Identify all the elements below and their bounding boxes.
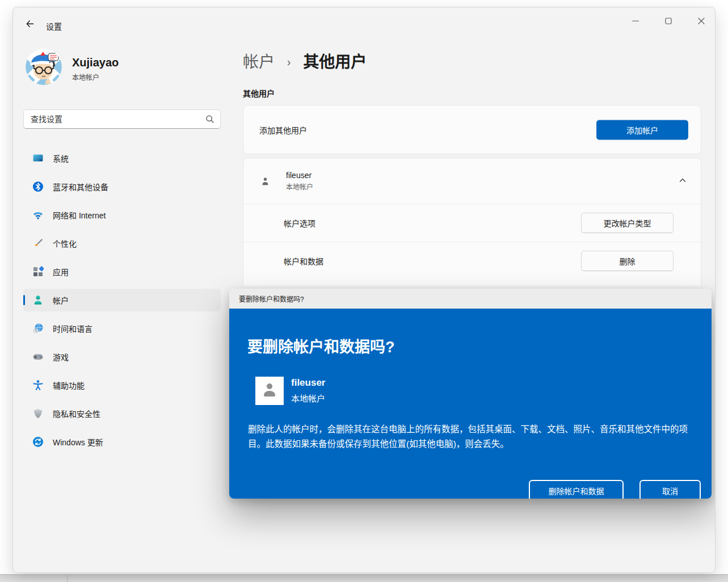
breadcrumb: 帐户 › 其他用户 <box>243 49 367 72</box>
dialog-user-name: fileuser <box>291 377 325 389</box>
account-data-row: 帐户和数据 删除 <box>243 242 701 280</box>
dialog-user-avatar <box>255 377 284 405</box>
sidebar-item-apps[interactable]: 应用 <box>23 260 221 283</box>
selected-indicator <box>23 295 25 305</box>
collapse-button[interactable] <box>674 172 692 190</box>
settings-window: 设置 Xujiayao 本地帐户 系统 蓝牙和其他设备 网络和 Internet… <box>12 7 716 573</box>
account-options-row: 帐户选项 更改帐户类型 <box>243 204 701 242</box>
section-label-other-users: 其他用户 <box>243 87 275 99</box>
sidebar-item-personalization[interactable]: 个性化 <box>23 232 221 255</box>
clock-globe-icon <box>32 323 44 334</box>
account-data-label: 帐户和数据 <box>284 255 323 267</box>
delete-account-dialog: 要删除帐户和数据吗? 要删除帐户和数据吗? fileuser 本地帐户 删除此人… <box>229 289 712 499</box>
profile-name: Xujiayao <box>72 56 119 69</box>
dialog-body: 要删除帐户和数据吗? fileuser 本地帐户 删除此人的帐户时，会删除其在这… <box>229 309 712 499</box>
wifi-icon <box>32 209 44 221</box>
breadcrumb-separator: › <box>287 56 291 68</box>
sidebar-item-network[interactable]: 网络和 Internet <box>23 204 221 226</box>
avatar <box>26 49 62 85</box>
user-expander-card: fileuser 本地帐户 帐户选项 更改帐户类型 帐户和数据 删除 <box>243 158 701 286</box>
back-arrow-icon <box>26 19 35 30</box>
sync-icon <box>32 436 44 448</box>
profile-account-type: 本地帐户 <box>72 72 99 82</box>
brush-icon <box>32 238 44 249</box>
title-bar: 设置 <box>13 7 715 35</box>
profile-header[interactable]: Xujiayao 本地帐户 <box>26 49 230 86</box>
delete-button[interactable]: 删除 <box>581 251 674 271</box>
dialog-heading: 要删除帐户和数据吗? <box>247 335 395 357</box>
sidebar-item-privacy[interactable]: 隐私和安全性 <box>23 402 221 425</box>
add-user-card: 添加其他用户 添加帐户 <box>243 105 701 154</box>
account-options-label: 帐户选项 <box>284 217 315 229</box>
minimize-icon <box>632 17 639 27</box>
user-expander-header[interactable]: fileuser 本地帐户 <box>243 158 701 204</box>
background-window-edge <box>0 574 728 582</box>
confirm-delete-button[interactable]: 删除帐户和数据 <box>529 480 624 499</box>
dialog-title-bar: 要删除帐户和数据吗? <box>229 289 712 309</box>
sidebar-item-time-language[interactable]: 时间和语言 <box>23 317 221 340</box>
sidebar-item-windows-update[interactable]: Windows 更新 <box>23 431 221 453</box>
shield-icon <box>32 408 44 419</box>
user-icon <box>259 175 271 187</box>
close-button[interactable] <box>688 11 714 32</box>
back-button[interactable] <box>20 15 40 34</box>
bluetooth-icon <box>32 181 44 192</box>
minimize-button[interactable] <box>622 11 649 32</box>
sidebar-item-accessibility[interactable]: 辅助功能 <box>23 374 221 397</box>
person-icon <box>32 294 44 306</box>
search-input[interactable] <box>31 110 201 128</box>
cancel-button[interactable]: 取消 <box>639 480 701 499</box>
search-icon <box>205 115 214 124</box>
sidebar-nav: 系统 蓝牙和其他设备 网络和 Internet 个性化 应用 帐户 时间和语言 … <box>23 147 221 459</box>
dialog-user-type: 本地帐户 <box>291 392 325 404</box>
sidebar-item-gaming[interactable]: 游戏 <box>23 345 221 368</box>
sidebar-item-system[interactable]: 系统 <box>23 147 221 170</box>
chevron-up-icon <box>679 176 687 186</box>
user-name: fileuser <box>286 171 313 180</box>
apps-icon <box>32 266 44 277</box>
sidebar-item-accounts[interactable]: 帐户 <box>23 289 221 311</box>
add-account-button[interactable]: 添加帐户 <box>596 120 688 140</box>
user-account-type: 本地帐户 <box>286 182 313 191</box>
dialog-warning-text: 删除此人的帐户时，会删除其在这台电脑上的所有数据，包括其桌面、下载、文档、照片、… <box>248 422 688 452</box>
accessibility-icon <box>32 379 44 391</box>
page-title: 其他用户 <box>303 53 367 71</box>
breadcrumb-accounts[interactable]: 帐户 <box>243 53 275 71</box>
system-icon <box>32 153 44 164</box>
search-box <box>23 109 221 129</box>
close-icon <box>697 17 705 27</box>
maximize-icon <box>664 17 672 27</box>
app-title: 设置 <box>46 20 62 32</box>
person-silhouette-icon <box>260 380 279 402</box>
maximize-button[interactable] <box>655 11 681 32</box>
sidebar-item-bluetooth[interactable]: 蓝牙和其他设备 <box>23 175 221 198</box>
gamepad-icon <box>32 351 44 362</box>
change-account-type-button[interactable]: 更改帐户类型 <box>581 213 674 233</box>
add-user-label: 添加其他用户 <box>259 124 307 136</box>
